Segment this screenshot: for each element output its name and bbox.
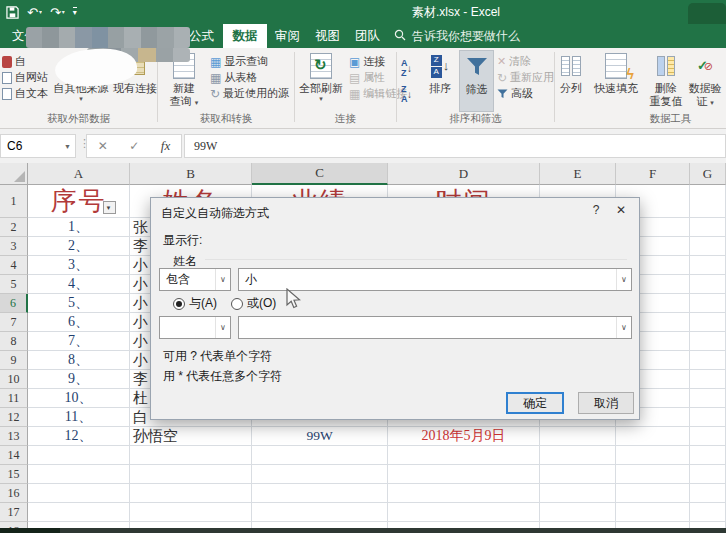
name-box-dropdown-icon[interactable]: ▼ <box>64 143 71 150</box>
cell-E15[interactable] <box>540 465 616 484</box>
formula-input[interactable]: 99W <box>184 134 726 158</box>
customize-qat-icon[interactable]: ▾ <box>73 7 77 17</box>
column-header-G[interactable]: G <box>690 163 726 185</box>
cell-C14[interactable] <box>252 446 388 465</box>
ok-button[interactable]: 确定 <box>506 392 564 414</box>
properties-button[interactable]: ▤ 属性 <box>349 70 385 85</box>
tab-view[interactable]: 视图 <box>309 24 346 48</box>
advanced-filter-button[interactable]: 高级 <box>497 86 533 101</box>
row-header-1[interactable]: 1 <box>0 185 28 218</box>
reapply-button[interactable]: ↻ 重新应用 <box>497 70 554 85</box>
save-icon[interactable] <box>6 6 19 19</box>
tab-team[interactable]: 团队 <box>349 24 386 48</box>
select-all-corner[interactable] <box>0 163 28 185</box>
cell-B15[interactable] <box>130 465 252 484</box>
and-radio[interactable]: 与(A) <box>173 295 217 312</box>
row-header-6[interactable]: 6 <box>0 294 28 313</box>
cell-A5[interactable]: 4、 <box>28 275 130 294</box>
chevron-down-icon[interactable]: ∨ <box>215 269 230 290</box>
row-header-14[interactable]: 14 <box>0 446 28 465</box>
cell-B16[interactable] <box>130 484 252 503</box>
sort-button[interactable]: ZA↓ 排序 <box>422 50 458 112</box>
refresh-all-button[interactable]: ↻ 全部刷新 ▾ <box>297 50 345 112</box>
column-header-B[interactable]: B <box>130 163 252 185</box>
data-validation-button[interactable]: ✓ ⊘ 数据验 证 ▾ <box>687 50 723 112</box>
cell-F17[interactable] <box>616 503 690 522</box>
cell-E14[interactable] <box>540 446 616 465</box>
column-header-E[interactable]: E <box>540 163 616 185</box>
row-header-7[interactable]: 7 <box>0 313 28 332</box>
cell-G13[interactable] <box>690 427 726 446</box>
cell-G10[interactable] <box>690 370 726 389</box>
row-header-12[interactable]: 12 <box>0 408 28 427</box>
insert-function-icon[interactable]: fx <box>161 138 170 154</box>
cell-A2[interactable]: 1、 <box>28 218 130 237</box>
cell-A4[interactable]: 3、 <box>28 256 130 275</box>
row-header-5[interactable]: 5 <box>0 275 28 294</box>
operator-2-select[interactable]: ∨ <box>159 316 231 339</box>
cell-A17[interactable] <box>28 503 130 522</box>
row-header-4[interactable]: 4 <box>0 256 28 275</box>
cancel-button[interactable]: 取消 <box>578 392 634 414</box>
operator-1-select[interactable]: 包含 ∨ <box>159 268 231 291</box>
from-web-button[interactable]: 自网站 <box>2 70 48 85</box>
value-1-combobox[interactable]: 小 ∨ <box>238 268 632 291</box>
cell-G8[interactable] <box>690 332 726 351</box>
cell-A3[interactable]: 2、 <box>28 237 130 256</box>
cell-A6[interactable]: 5、 <box>28 294 130 313</box>
cell-G2[interactable] <box>690 218 726 237</box>
clear-filter-button[interactable]: ✕ 清除 <box>497 54 531 69</box>
cell-G3[interactable] <box>690 237 726 256</box>
value-2-combobox[interactable]: ∨ <box>238 316 632 339</box>
cell-B17[interactable] <box>130 503 252 522</box>
tab-data[interactable]: 数据 <box>223 24 267 48</box>
cell-A15[interactable] <box>28 465 130 484</box>
cell-A9[interactable]: 8、 <box>28 351 130 370</box>
cell-G14[interactable] <box>690 446 726 465</box>
cell-G17[interactable] <box>690 503 726 522</box>
cell-D14[interactable] <box>388 446 540 465</box>
row-header-17[interactable]: 17 <box>0 503 28 522</box>
confirm-entry-icon[interactable]: ✓ <box>129 139 139 153</box>
cell-G5[interactable] <box>690 275 726 294</box>
cell-C15[interactable] <box>252 465 388 484</box>
cell-B13[interactable]: 孙悟空 <box>130 427 252 446</box>
row-header-10[interactable]: 10 <box>0 370 28 389</box>
chevron-down-icon[interactable]: ∨ <box>616 317 631 338</box>
filter-dropdown-icon[interactable]: ▼ <box>103 201 116 214</box>
row-header-2[interactable]: 2 <box>0 218 28 237</box>
cell-A10[interactable]: 9、 <box>28 370 130 389</box>
chevron-down-icon[interactable]: ∨ <box>616 269 631 290</box>
cell-G15[interactable] <box>690 465 726 484</box>
cell-E13[interactable] <box>540 427 616 446</box>
sort-za-button[interactable]: ZA↓ <box>401 84 412 104</box>
dialog-close-button[interactable]: ✕ <box>612 203 630 219</box>
dialog-help-button[interactable]: ? <box>588 203 604 219</box>
cell-A1[interactable]: 序号▼ <box>28 185 130 218</box>
cell-F13[interactable] <box>616 427 690 446</box>
sort-az-button[interactable]: AZ↓ <box>401 58 412 78</box>
row-header-15[interactable]: 15 <box>0 465 28 484</box>
remove-duplicates-button[interactable]: 删除 重复值 <box>646 50 686 112</box>
from-text-button[interactable]: 自文本 <box>2 86 48 101</box>
cell-A7[interactable]: 6、 <box>28 313 130 332</box>
filter-button[interactable]: 筛选 <box>459 50 494 112</box>
cell-F15[interactable] <box>616 465 690 484</box>
name-box[interactable]: C6 ▼ <box>0 134 76 158</box>
tab-review[interactable]: 审阅 <box>269 24 306 48</box>
cell-B14[interactable] <box>130 446 252 465</box>
or-radio[interactable]: 或(O) <box>231 295 276 312</box>
chevron-down-icon[interactable]: ∨ <box>215 317 230 338</box>
cell-G9[interactable] <box>690 351 726 370</box>
recent-sources-button[interactable]: ↻ 最近使用的源 <box>210 86 289 101</box>
text-to-columns-button[interactable]: 分列 <box>555 50 587 112</box>
undo-icon[interactable]: ↶▾ <box>27 6 42 19</box>
cell-C13[interactable]: 99W <box>252 427 388 446</box>
column-header-A[interactable]: A <box>28 163 130 185</box>
row-header-9[interactable]: 9 <box>0 351 28 370</box>
row-header-3[interactable]: 3 <box>0 237 28 256</box>
row-header-13[interactable]: 13 <box>0 427 28 446</box>
cell-A8[interactable]: 7、 <box>28 332 130 351</box>
cell-A16[interactable] <box>28 484 130 503</box>
from-access-button[interactable]: 自 <box>2 54 26 69</box>
